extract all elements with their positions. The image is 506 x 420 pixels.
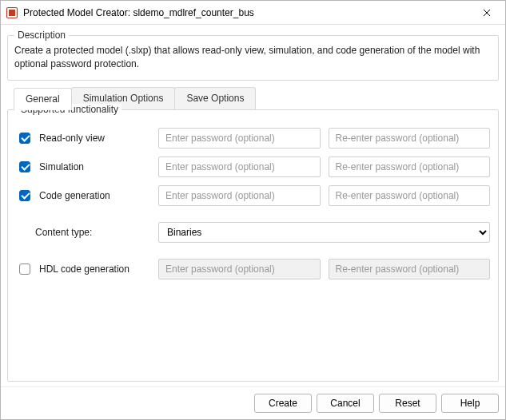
read-only-password[interactable]: [158, 128, 321, 149]
code-generation-checkbox[interactable]: [19, 190, 30, 201]
simulation-password-confirm[interactable]: [329, 157, 491, 177]
simulation-label: Simulation: [39, 161, 84, 172]
supported-functionality-group: Supported functionality Read-only view S…: [7, 109, 499, 382]
row-hdl: HDL code generation: [16, 259, 490, 279]
close-button[interactable]: [468, 1, 505, 25]
simulation-password[interactable]: [158, 157, 321, 177]
tab-general[interactable]: General: [14, 88, 72, 110]
read-only-password-confirm[interactable]: [329, 128, 491, 149]
window-title: Protected Model Creator: sldemo_mdlref_c…: [23, 7, 468, 18]
dialog-window: Protected Model Creator: sldemo_mdlref_c…: [0, 0, 506, 420]
simulation-checkbox[interactable]: [19, 161, 30, 172]
cancel-button[interactable]: Cancel: [317, 394, 374, 413]
hdl-checkbox[interactable]: [19, 263, 30, 275]
code-generation-password[interactable]: [158, 185, 321, 206]
row-content-type: Content type: Binaries: [16, 222, 490, 243]
description-text: Create a protected model (.slxp) that al…: [14, 44, 492, 72]
read-only-label: Read-only view: [39, 133, 105, 144]
help-button[interactable]: Help: [441, 394, 499, 413]
hdl-password-confirm: [329, 259, 491, 279]
titlebar: Protected Model Creator: sldemo_mdlref_c…: [1, 1, 505, 25]
description-legend: Description: [14, 30, 69, 41]
hdl-label: HDL code generation: [39, 263, 129, 275]
row-codegen: Code generation: [16, 185, 490, 206]
row-read-only: Read-only view: [16, 128, 490, 149]
content-type-label: Content type:: [16, 227, 92, 238]
app-icon: [6, 6, 18, 19]
content-type-select[interactable]: Binaries: [158, 222, 490, 243]
code-generation-password-confirm[interactable]: [329, 185, 491, 206]
dialog-body: Description Create a protected model (.s…: [1, 25, 505, 386]
dialog-footer: Create Cancel Reset Help: [1, 386, 505, 419]
code-generation-label: Code generation: [39, 190, 110, 201]
tab-save-options[interactable]: Save Options: [174, 87, 256, 109]
create-button[interactable]: Create: [254, 394, 312, 413]
hdl-password: [158, 259, 321, 279]
reset-button[interactable]: Reset: [379, 394, 436, 413]
svg-rect-1: [9, 10, 15, 16]
read-only-checkbox[interactable]: [19, 133, 30, 144]
row-simulation: Simulation: [16, 157, 490, 177]
description-group: Description Create a protected model (.s…: [7, 30, 499, 81]
